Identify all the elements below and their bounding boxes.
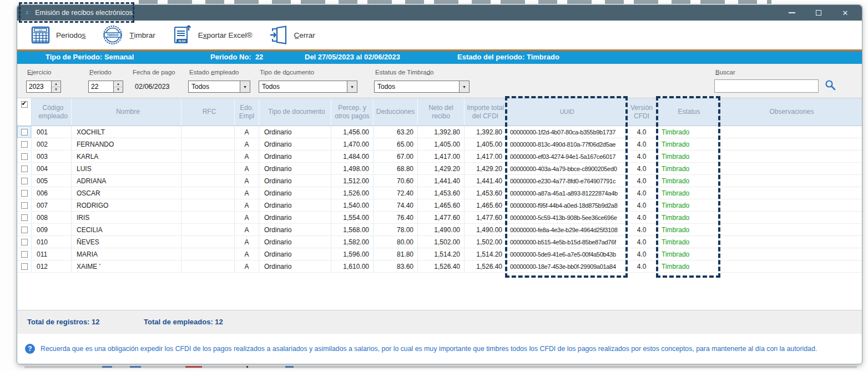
cell-deduc: 72.40 xyxy=(374,187,418,199)
estado-empleado-dropdown[interactable]: Todos ▼ xyxy=(188,81,250,93)
totals-bar: Total de registros: 12 Total de empleado… xyxy=(17,310,862,334)
cell-estatus: Timbrado xyxy=(658,236,719,248)
row-checkbox[interactable] xyxy=(21,153,28,160)
table-row[interactable]: 005ADRIANAAOrdinario1,512.0070.601,441.4… xyxy=(17,175,862,187)
spin-up-icon[interactable]: ▲ xyxy=(114,81,123,87)
row-checkbox[interactable] xyxy=(21,239,28,245)
select-all-checkbox[interactable] xyxy=(21,101,28,108)
periodo-spin-buttons[interactable]: ▲▼ xyxy=(114,81,123,93)
row-checkbox[interactable] xyxy=(21,263,28,270)
table-row[interactable]: 011MARIAAOrdinario1,596.0081.801,514.201… xyxy=(17,248,862,260)
table-row[interactable]: 006OSCARAOrdinario1,526.0072.401,453.601… xyxy=(17,187,862,199)
table-row[interactable]: 010ÑEVESAOrdinario1,582.0080.001,502.001… xyxy=(17,236,862,248)
cell-neto: 1,465.60 xyxy=(418,199,465,211)
search-icon[interactable] xyxy=(824,79,836,91)
table-row[interactable]: 001XOCHILTAOrdinario1,456.0063.201,392.8… xyxy=(17,126,862,138)
row-checkbox[interactable] xyxy=(21,166,28,172)
header-uuid[interactable]: UUID xyxy=(507,98,626,126)
row-checkbox-cell[interactable] xyxy=(17,199,32,211)
row-checkbox-cell[interactable] xyxy=(17,187,32,199)
row-checkbox-cell[interactable] xyxy=(17,248,32,260)
select-all-cell[interactable] xyxy=(17,98,32,126)
table-row[interactable]: 012XAIME 'AOrdinario1,610.0083.601,526.4… xyxy=(17,260,862,273)
row-checkbox[interactable] xyxy=(21,178,28,184)
row-checkbox-cell[interactable] xyxy=(17,151,32,162)
row-checkbox[interactable] xyxy=(21,141,28,148)
header-rfc[interactable]: RFC xyxy=(181,98,235,126)
cell-percep: 1,526.00 xyxy=(331,187,374,199)
estatus-timbrado-dropdown[interactable]: Todos ▼ xyxy=(374,81,470,93)
row-checkbox-cell[interactable] xyxy=(17,260,32,272)
cell-nombre: ÑEVES xyxy=(72,236,181,248)
header-neto[interactable]: Neto del recibo xyxy=(418,98,465,126)
table-row[interactable]: 004LUISAOrdinario1,498.0068.801,429.201,… xyxy=(17,163,862,175)
spin-down-icon[interactable]: ▼ xyxy=(114,87,123,93)
row-checkbox[interactable] xyxy=(21,202,28,209)
row-checkbox[interactable] xyxy=(21,227,28,233)
row-checkbox-cell[interactable] xyxy=(17,224,32,235)
row-checkbox-cell[interactable] xyxy=(17,236,32,248)
cell-importe: 1,490.00 xyxy=(465,224,507,235)
table-row[interactable]: 002FERNANDOAOrdinario1,470.0065.001,405.… xyxy=(17,138,862,151)
row-checkbox-cell[interactable] xyxy=(17,138,32,150)
row-checkbox[interactable] xyxy=(21,129,28,136)
minimize-button[interactable] xyxy=(779,5,805,21)
table-row[interactable]: 003KARLAAOrdinario1,484.0067.001,417.001… xyxy=(17,151,862,163)
cell-uuid: 00000000-b515-4e5b-b15d-85be87ad76f xyxy=(507,236,626,248)
row-checkbox[interactable] xyxy=(21,190,28,197)
table-row[interactable]: 008IRISAOrdinario1,554.0076.401,477.601,… xyxy=(17,212,862,224)
cell-version: 4.0 xyxy=(626,163,658,174)
chevron-down-icon[interactable]: ▼ xyxy=(240,81,250,92)
chevron-down-icon[interactable]: ▼ xyxy=(459,81,469,92)
row-checkbox-cell[interactable] xyxy=(17,175,32,187)
header-tipo[interactable]: Tipo de documento xyxy=(259,98,331,126)
periodo-input[interactable] xyxy=(88,81,114,93)
ejercicio-spin-buttons[interactable]: ▲▼ xyxy=(52,81,61,93)
header-edo[interactable]: Edo. Empl xyxy=(235,98,259,126)
header-importe[interactable]: Importe total del CFDI xyxy=(465,98,507,126)
periodo-spinner[interactable]: ▲▼ xyxy=(88,81,123,93)
timbrar-button[interactable]: TIMBRAR T̲imbrar xyxy=(94,22,164,48)
cell-importe: 1,405.00 xyxy=(465,138,507,150)
header-codigo[interactable]: Código empleado xyxy=(32,98,72,126)
header-version[interactable]: Versión CFDI xyxy=(626,98,658,126)
cell-rfc xyxy=(181,187,235,199)
cell-percep: 1,568.00 xyxy=(331,224,374,235)
cell-tipo: Ordinario xyxy=(259,175,331,187)
header-percep[interactable]: Percep. y otros pagos xyxy=(331,98,374,126)
chevron-down-icon[interactable]: ▼ xyxy=(347,81,357,92)
row-checkbox-cell[interactable] xyxy=(17,163,32,174)
cell-percep: 1,596.00 xyxy=(331,248,374,260)
row-checkbox-cell[interactable] xyxy=(17,126,32,138)
tipo-documento-dropdown[interactable]: Todos ▼ xyxy=(259,81,357,93)
cell-codigo: 002 xyxy=(32,138,72,150)
cell-deduc: 63.20 xyxy=(374,126,418,138)
spin-down-icon[interactable]: ▼ xyxy=(52,87,60,93)
close-button[interactable]: ✕ xyxy=(832,5,859,21)
cell-tipo: Ordinario xyxy=(259,126,331,138)
ejercicio-spinner[interactable]: ▲▼ xyxy=(26,81,61,93)
cell-tipo: Ordinario xyxy=(259,224,331,235)
table-row[interactable]: 007RODRIGOAOrdinario1,540.0074.401,465.6… xyxy=(17,199,862,212)
row-checkbox-cell[interactable] xyxy=(17,212,32,223)
row-checkbox[interactable] xyxy=(21,251,28,258)
search-input[interactable] xyxy=(714,79,819,93)
header-nombre[interactable]: Nombre xyxy=(72,98,181,126)
cerrar-label: C̲errar xyxy=(294,31,315,39)
cell-tipo: Ordinario xyxy=(259,187,331,199)
cell-uuid: 00000000-5c59-413b-908b-5ee36ce696e xyxy=(507,212,626,223)
header-obs[interactable]: Observaciones xyxy=(719,98,862,126)
maximize-button[interactable] xyxy=(805,5,832,21)
cell-neto: 1,429.20 xyxy=(418,163,465,174)
header-estatus[interactable]: Estatus xyxy=(658,98,719,126)
periodos-button[interactable]: JUL Periodos̲ xyxy=(23,22,94,48)
cerrar-button[interactable]: C̲errar xyxy=(261,22,324,48)
cell-percep: 1,512.00 xyxy=(331,175,374,187)
exportar-excel-button[interactable]: XLSX Ex̲portar Excel® xyxy=(164,22,261,48)
table-row[interactable]: 009CECILIAAOrdinario1,568.0078.001,490.0… xyxy=(17,224,862,236)
cell-estatus: Timbrado xyxy=(658,199,719,211)
header-deduc[interactable]: Deducciones xyxy=(374,98,418,126)
row-checkbox[interactable] xyxy=(21,214,28,221)
spin-up-icon[interactable]: ▲ xyxy=(52,81,60,87)
ejercicio-input[interactable] xyxy=(26,81,52,93)
